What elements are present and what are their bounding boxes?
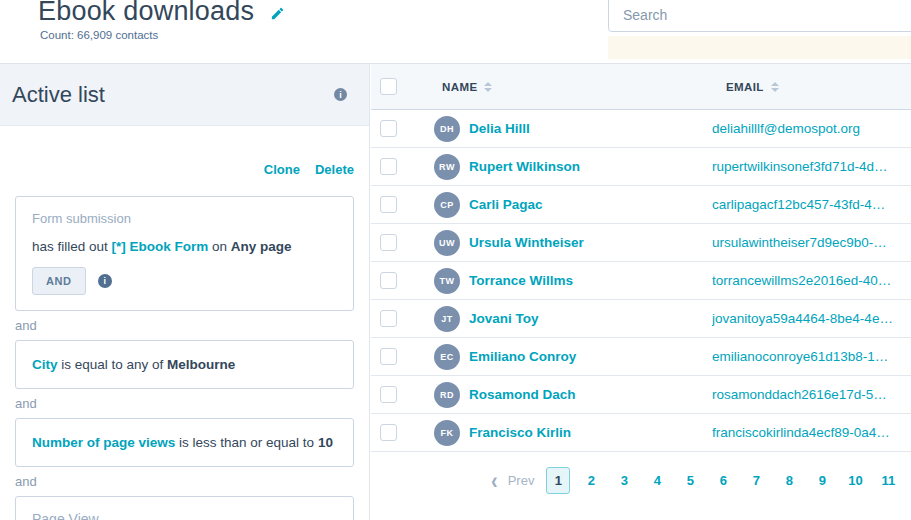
avatar: UW — [434, 230, 460, 256]
avatar: DH — [434, 116, 460, 142]
page-button-7[interactable]: 7 — [744, 468, 768, 493]
avatar: RW — [434, 154, 460, 180]
page-button-1[interactable]: 1 — [546, 467, 570, 494]
page-button-2[interactable]: 2 — [579, 468, 603, 493]
active-list-panel: Active list i Clone Delete Form submissi… — [0, 64, 370, 520]
row-checkbox[interactable] — [380, 424, 397, 441]
info-icon[interactable]: i — [334, 88, 347, 101]
contact-name-link[interactable]: Emiliano Conroy — [469, 349, 712, 364]
contact-email-link[interactable]: carlipagacf12bc457-43fd-4… — [712, 197, 911, 212]
filter-placeholder: Page View — [32, 511, 337, 520]
search-input[interactable] — [608, 0, 911, 32]
contacts-table: NAME EMAIL DH Delia Hilll deliahilllf@de… — [371, 64, 911, 520]
contact-email-link[interactable]: rosamonddach2616e17d-5… — [712, 387, 911, 402]
list-actions: Clone Delete — [0, 162, 369, 177]
contact-email-link[interactable]: deliahilllf@demospot.org — [712, 121, 911, 136]
pagination: ‹ Prev 1 2 3 4 5 6 7 8 9 10 11 — [371, 467, 911, 494]
table-row: UW Ursula Wintheiser ursulawintheiser7d9… — [371, 224, 911, 262]
filter-card-form-submission[interactable]: Form submission has filled out [*] Ebook… — [15, 196, 354, 311]
criteria-text: is less than or equal to — [175, 435, 318, 450]
column-header-email[interactable]: EMAIL — [726, 81, 764, 93]
row-checkbox[interactable] — [380, 272, 397, 289]
page-button-4[interactable]: 4 — [645, 468, 669, 493]
contact-name-link[interactable]: Delia Hilll — [469, 121, 712, 136]
avatar: RD — [434, 382, 460, 408]
row-checkbox[interactable] — [380, 348, 397, 365]
contact-name-link[interactable]: Rosamond Dach — [469, 387, 712, 402]
filter-card-page-view[interactable]: Page View — [15, 496, 354, 520]
filter-card-city[interactable]: City is equal to any of Melbourne — [15, 340, 354, 389]
edit-pencil-icon[interactable] — [270, 6, 285, 21]
page-button-10[interactable]: 10 — [843, 468, 867, 493]
page-button-6[interactable]: 6 — [711, 468, 735, 493]
prev-button[interactable]: Prev — [508, 473, 535, 488]
filter-criteria: City is equal to any of Melbourne — [32, 357, 337, 372]
contact-name-link[interactable]: Rupert Wilkinson — [469, 159, 712, 174]
filter-criteria: has filled out [*] Ebook Form on Any pag… — [32, 239, 337, 254]
contact-name-link[interactable]: Jovani Toy — [469, 311, 712, 326]
row-checkbox[interactable] — [380, 120, 397, 137]
active-list-header: Active list i — [0, 64, 369, 126]
criteria-text: on — [208, 239, 231, 254]
info-icon[interactable]: i — [98, 274, 112, 288]
avatar: CP — [434, 192, 460, 218]
contact-name-link[interactable]: Ursula Wintheiser — [469, 235, 712, 250]
table-header-row: NAME EMAIL — [371, 64, 911, 110]
table-row: CP Carli Pagac carlipagacf12bc457-43fd-4… — [371, 186, 911, 224]
contact-name-link[interactable]: Carli Pagac — [469, 197, 712, 212]
avatar: TW — [434, 268, 460, 294]
sort-icon[interactable] — [484, 82, 492, 92]
and-connector: and — [15, 474, 369, 489]
table-row: RW Rupert Wilkinson rupertwilkinsonef3fd… — [371, 148, 911, 186]
row-checkbox[interactable] — [380, 310, 397, 327]
contact-email-link[interactable]: franciscokirlinda4ecf89-0a4… — [712, 425, 911, 440]
page-button-3[interactable]: 3 — [612, 468, 636, 493]
contact-email-link[interactable]: emilianoconroye61d13b8-1… — [712, 349, 911, 364]
chevron-left-icon[interactable]: ‹ — [491, 469, 498, 493]
filter-card-page-views[interactable]: Number of page views is less than or equ… — [15, 418, 354, 467]
avatar: JT — [434, 306, 460, 332]
row-checkbox[interactable] — [380, 234, 397, 251]
avatar: FK — [434, 420, 460, 446]
row-checkbox[interactable] — [380, 196, 397, 213]
criteria-value: Any page — [231, 239, 292, 254]
and-connector: and — [15, 396, 369, 411]
clone-button[interactable]: Clone — [264, 162, 300, 177]
criteria-value: 10 — [318, 435, 333, 450]
contact-count: Count: 66,909 contacts — [40, 29, 158, 41]
table-row: FK Francisco Kirlin franciscokirlinda4ec… — [371, 414, 911, 452]
notification-strip — [608, 36, 911, 59]
sort-icon[interactable] — [771, 82, 779, 92]
criteria-value: Melbourne — [167, 357, 235, 372]
contact-name-link[interactable]: Francisco Kirlin — [469, 425, 712, 440]
contact-email-link[interactable]: jovanitoya59a4464-8be4-4e… — [712, 311, 911, 326]
and-button[interactable]: AND — [32, 267, 86, 295]
contact-email-link[interactable]: torrancewillms2e2016ed-40… — [712, 273, 911, 288]
page-button-8[interactable]: 8 — [777, 468, 801, 493]
page-button-11[interactable]: 11 — [876, 468, 900, 493]
panel-title: Active list — [12, 82, 105, 108]
page-title: Ebook downloads — [38, 0, 254, 28]
table-row: RD Rosamond Dach rosamonddach2616e17d-5… — [371, 376, 911, 414]
page-header: Ebook downloads — [38, 0, 285, 28]
and-connector: and — [15, 318, 369, 333]
column-header-name[interactable]: NAME — [442, 81, 477, 93]
contact-email-link[interactable]: rupertwilkinsonef3fd71d-4d… — [712, 159, 911, 174]
row-checkbox[interactable] — [380, 386, 397, 403]
form-link[interactable]: [*] Ebook Form — [112, 239, 209, 254]
property-link[interactable]: Number of page views — [32, 435, 175, 450]
criteria-text: has filled out — [32, 239, 112, 254]
select-all-checkbox[interactable] — [380, 78, 397, 95]
row-checkbox[interactable] — [380, 158, 397, 175]
page-button-9[interactable]: 9 — [810, 468, 834, 493]
contact-email-link[interactable]: ursulawintheiser7d9ec9b0-… — [712, 235, 911, 250]
delete-button[interactable]: Delete — [315, 162, 354, 177]
property-link[interactable]: City — [32, 357, 58, 372]
criteria-text: is equal to any of — [58, 357, 168, 372]
page-button-5[interactable]: 5 — [678, 468, 702, 493]
operator-row: AND i — [32, 267, 337, 295]
contact-name-link[interactable]: Torrance Willms — [469, 273, 712, 288]
filter-criteria: Number of page views is less than or equ… — [32, 435, 337, 450]
avatar: EC — [434, 344, 460, 370]
filter-placeholder: Form submission — [32, 211, 337, 226]
